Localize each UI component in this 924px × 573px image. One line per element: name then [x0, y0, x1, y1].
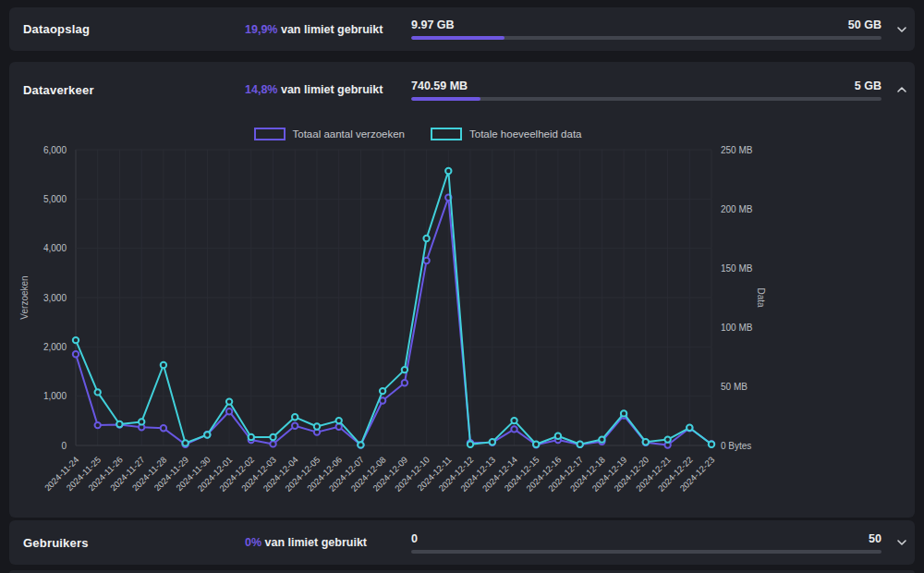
data-point-marker[interactable]	[555, 433, 561, 439]
data-point-marker[interactable]	[358, 442, 363, 447]
storage-section-header[interactable]: Dataopslag 19,9% van limiet gebruikt 9.9…	[9, 7, 915, 51]
data-point-marker[interactable]	[578, 442, 583, 447]
traffic-limit-value: 5 GB	[855, 79, 881, 92]
users-section-header[interactable]: Gebruikers 0% van limiet gebruikt 0 50	[9, 520, 915, 565]
right-axis-title: Data	[756, 287, 766, 308]
data-legend-label: Totale hoeveelheid data	[469, 128, 582, 140]
storage-percent-text: 19,9% van limiet gebruikt	[245, 23, 411, 36]
storage-percent-value: 19,9%	[245, 23, 277, 36]
chevron-down-icon[interactable]	[894, 535, 909, 550]
left-axis-tick-label: 5,000	[43, 194, 67, 204]
data-point-marker[interactable]	[643, 439, 649, 445]
data-point-marker[interactable]	[709, 442, 714, 447]
left-axis-tick-label: 3,000	[43, 293, 67, 303]
data-point-marker[interactable]	[336, 424, 342, 430]
data-point-marker[interactable]	[664, 436, 670, 442]
series-line	[76, 198, 711, 445]
data-point-marker[interactable]	[292, 414, 298, 420]
users-section-card: Gebruikers 0% van limiet gebruikt 0 50	[9, 520, 915, 565]
traffic-used-value: 740.59 MB	[411, 79, 468, 92]
traffic-title: Dataverkeer	[23, 83, 245, 97]
data-point-marker[interactable]	[204, 432, 210, 437]
data-point-marker[interactable]	[182, 440, 188, 445]
legend-item-requests[interactable]: Totaal aantal verzoeken	[254, 128, 405, 140]
data-point-marker[interactable]	[226, 398, 232, 404]
traffic-progress-bar	[411, 97, 881, 101]
traffic-usage-block: 740.59 MB 5 GB	[411, 79, 881, 101]
storage-limit-value: 50 GB	[848, 18, 881, 31]
data-point-marker[interactable]	[161, 425, 166, 431]
data-point-marker[interactable]	[599, 436, 604, 442]
traffic-section-header[interactable]: Dataverkeer 14,8% van limiet gebruikt 74…	[9, 62, 915, 117]
storage-usage-block: 9.97 GB 50 GB	[411, 18, 881, 40]
users-title: Gebruikers	[23, 536, 245, 550]
traffic-progress-fill	[411, 97, 480, 101]
traffic-percent-suffix: van limiet gebruikt	[277, 83, 383, 96]
right-axis-tick-label: 0 Bytes	[721, 441, 751, 451]
legend-item-data[interactable]: Totale hoeveelheid data	[431, 128, 582, 140]
users-used-value: 0	[411, 532, 418, 545]
chart-legend: Totaal aantal verzoeken Totale hoeveelhe…	[0, 127, 870, 140]
data-point-marker[interactable]	[511, 418, 517, 423]
right-axis-tick-label: 200 MB	[721, 204, 753, 214]
data-point-marker[interactable]	[533, 442, 539, 447]
data-point-marker[interactable]	[423, 236, 429, 241]
users-percent-text: 0% van limiet gebruikt	[245, 536, 411, 549]
data-point-marker[interactable]	[95, 389, 101, 395]
left-axis-tick-label: 0	[61, 441, 67, 451]
data-point-marker[interactable]	[336, 418, 342, 423]
data-point-marker[interactable]	[380, 388, 385, 394]
data-point-marker[interactable]	[423, 258, 429, 263]
right-axis-tick-label: 250 MB	[721, 145, 753, 155]
series-line	[76, 171, 711, 445]
right-axis-tick-label: 150 MB	[721, 263, 753, 274]
data-point-marker[interactable]	[73, 351, 79, 357]
users-progress-bar	[411, 550, 881, 554]
users-percent-suffix: van limiet gebruikt	[261, 536, 367, 549]
traffic-section-card: Dataverkeer 14,8% van limiet gebruikt 74…	[9, 62, 915, 518]
data-point-marker[interactable]	[490, 439, 495, 445]
data-point-marker[interactable]	[270, 441, 275, 446]
data-point-marker[interactable]	[270, 434, 275, 440]
right-axis-tick-label: 100 MB	[721, 323, 753, 333]
users-limit-value: 50	[869, 532, 881, 545]
right-axis-tick-label: 50 MB	[721, 382, 748, 392]
data-point-marker[interactable]	[402, 367, 407, 372]
data-point-marker[interactable]	[226, 408, 232, 414]
data-point-marker[interactable]	[116, 421, 122, 427]
data-point-marker[interactable]	[95, 422, 101, 428]
storage-used-value: 9.97 GB	[411, 18, 455, 31]
data-point-marker[interactable]	[139, 419, 144, 424]
data-legend-swatch	[431, 128, 462, 140]
left-axis-tick-label: 2,000	[43, 342, 67, 352]
data-point-marker[interactable]	[73, 337, 79, 343]
traffic-percent-text: 14,8% van limiet gebruikt	[245, 83, 411, 96]
data-point-marker[interactable]	[402, 380, 407, 385]
data-point-marker[interactable]	[314, 423, 320, 429]
left-axis-title: Verzoeken	[19, 275, 30, 319]
data-point-marker[interactable]	[621, 410, 626, 416]
data-point-marker[interactable]	[249, 434, 254, 440]
traffic-percent-value: 14,8%	[245, 83, 277, 96]
chevron-down-icon[interactable]	[894, 22, 909, 37]
left-axis-tick-label: 6,000	[43, 145, 67, 155]
data-point-marker[interactable]	[445, 168, 451, 174]
data-point-marker[interactable]	[292, 423, 298, 429]
data-point-marker[interactable]	[687, 425, 692, 431]
storage-percent-suffix: van limiet gebruikt	[277, 23, 383, 36]
storage-section-card: Dataopslag 19,9% van limiet gebruikt 9.9…	[9, 7, 915, 51]
storage-progress-bar	[411, 36, 881, 40]
data-point-marker[interactable]	[161, 362, 166, 368]
users-percent-value: 0%	[245, 536, 261, 549]
storage-title: Dataopslag	[23, 22, 245, 36]
requests-legend-label: Totaal aantal verzoeken	[293, 128, 405, 140]
storage-progress-fill	[411, 36, 505, 40]
data-point-marker[interactable]	[511, 426, 517, 432]
left-axis-tick-label: 4,000	[43, 243, 67, 253]
chevron-up-icon[interactable]	[894, 82, 909, 97]
data-point-marker[interactable]	[468, 442, 473, 447]
traffic-line-chart: 6,0005,0004,0003,0002,0001,0000250 MB200…	[9, 142, 915, 512]
requests-legend-swatch	[254, 128, 286, 140]
users-usage-block: 0 50	[411, 532, 881, 554]
left-axis-tick-label: 1,000	[43, 391, 67, 401]
